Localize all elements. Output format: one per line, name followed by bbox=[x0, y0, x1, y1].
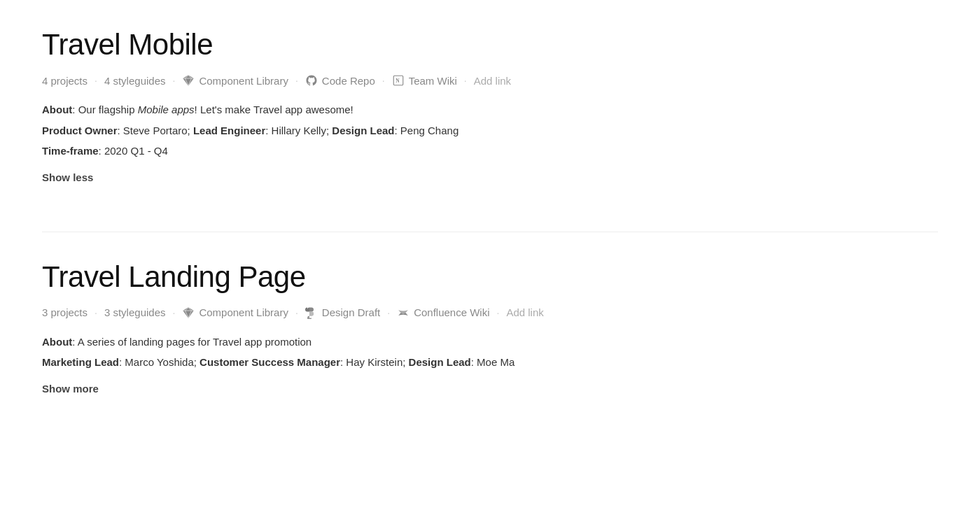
about-text-2: ! Let's make Travel app awesome! bbox=[195, 104, 354, 115]
separator-6: · bbox=[94, 307, 97, 318]
project-travel-mobile: Travel Mobile 4 projects · 4 styleguides… bbox=[42, 28, 938, 198]
separator-3: · bbox=[295, 75, 298, 86]
separator-5: · bbox=[464, 75, 467, 86]
sketch-icon bbox=[182, 74, 195, 87]
separator-1: · bbox=[94, 75, 97, 86]
separator-4: · bbox=[382, 75, 385, 86]
svg-text:N: N bbox=[396, 78, 400, 84]
timeframe-line: Time-frame: 2020 Q1 - Q4 bbox=[42, 142, 938, 160]
code-repo-label: Code Repo bbox=[322, 75, 375, 87]
lead-engineer-label: Lead Engineer bbox=[193, 125, 265, 136]
team-wiki-label: Team Wiki bbox=[409, 75, 457, 87]
styleguides-count-2: 3 styleguides bbox=[104, 306, 166, 318]
design-draft-label: Design Draft bbox=[322, 306, 380, 318]
project-travel-landing-page: Travel Landing Page 3 projects · 3 style… bbox=[42, 260, 938, 409]
component-library-link[interactable]: Component Library bbox=[182, 74, 288, 87]
separator-9: · bbox=[387, 307, 390, 318]
component-library-label-2: Component Library bbox=[199, 306, 288, 318]
product-owner-value: : Steve Portaro; bbox=[118, 125, 193, 136]
component-library-link-2[interactable]: Component Library bbox=[182, 306, 288, 319]
team-line-2: Marketing Lead: Marco Yoshida; Customer … bbox=[42, 353, 938, 371]
about-text-1: : Our flagship bbox=[72, 104, 137, 115]
separator-2: · bbox=[173, 75, 176, 86]
timeframe-value: : 2020 Q1 - Q4 bbox=[99, 145, 168, 157]
design-draft-link[interactable]: Design Draft bbox=[305, 306, 380, 319]
confluence-wiki-link[interactable]: Confluence Wiki bbox=[397, 306, 489, 319]
show-less-toggle[interactable]: Show less bbox=[42, 171, 93, 183]
separator-10: · bbox=[497, 307, 500, 318]
project-title-travel-landing: Travel Landing Page bbox=[42, 260, 938, 294]
add-link-button-1[interactable]: Add link bbox=[474, 75, 511, 87]
about-label: About bbox=[42, 104, 72, 115]
timeframe-label: Time-frame bbox=[42, 145, 99, 157]
component-library-label: Component Library bbox=[199, 75, 288, 87]
code-repo-link[interactable]: Code Repo bbox=[305, 74, 375, 87]
about-text-landing: : A series of landing pages for Travel a… bbox=[72, 336, 312, 348]
about-line-2: About: A series of landing pages for Tra… bbox=[42, 333, 938, 351]
confluence-wiki-label: Confluence Wiki bbox=[414, 306, 489, 318]
product-owner-label: Product Owner bbox=[42, 125, 118, 136]
project-details-travel-mobile: About: Our flagship Mobile apps! Let's m… bbox=[42, 101, 938, 160]
design-lead-label-2: Design Lead bbox=[409, 356, 471, 368]
customer-success-value: : Hay Kirstein; bbox=[340, 356, 409, 368]
marketing-lead-label: Marketing Lead bbox=[42, 356, 119, 368]
customer-success-label: Customer Success Manager bbox=[200, 356, 340, 368]
add-link-button-2[interactable]: Add link bbox=[506, 306, 543, 318]
section-divider bbox=[42, 232, 938, 232]
project-meta-travel-mobile: 4 projects · 4 styleguides · Component L… bbox=[42, 74, 938, 87]
design-lead-value: : Peng Chang bbox=[394, 125, 458, 136]
project-meta-travel-landing: 3 projects · 3 styleguides · Component L… bbox=[42, 306, 938, 319]
team-wiki-link[interactable]: N Team Wiki bbox=[392, 74, 457, 87]
github-icon bbox=[305, 74, 318, 87]
show-more-toggle[interactable]: Show more bbox=[42, 383, 99, 395]
figma-icon bbox=[305, 306, 318, 319]
project-details-travel-landing: About: A series of landing pages for Tra… bbox=[42, 333, 938, 371]
confluence-icon bbox=[397, 306, 410, 319]
design-lead-label: Design Lead bbox=[332, 125, 394, 136]
team-line: Product Owner: Steve Portaro; Lead Engin… bbox=[42, 122, 938, 140]
sketch-icon-2 bbox=[182, 306, 195, 319]
project-title-travel-mobile: Travel Mobile bbox=[42, 28, 938, 62]
about-line: About: Our flagship Mobile apps! Let's m… bbox=[42, 101, 938, 119]
lead-engineer-value: : Hillary Kelly; bbox=[265, 125, 332, 136]
projects-count-2: 3 projects bbox=[42, 306, 88, 318]
separator-7: · bbox=[173, 307, 176, 318]
styleguides-count: 4 styleguides bbox=[104, 75, 166, 87]
about-italic: Mobile apps bbox=[138, 104, 195, 115]
design-lead-value-2: : Moe Ma bbox=[471, 356, 515, 368]
notion-icon: N bbox=[392, 74, 405, 87]
projects-count: 4 projects bbox=[42, 75, 88, 87]
about-label-2: About bbox=[42, 336, 72, 348]
marketing-lead-value: : Marco Yoshida; bbox=[119, 356, 200, 368]
separator-8: · bbox=[295, 307, 298, 318]
